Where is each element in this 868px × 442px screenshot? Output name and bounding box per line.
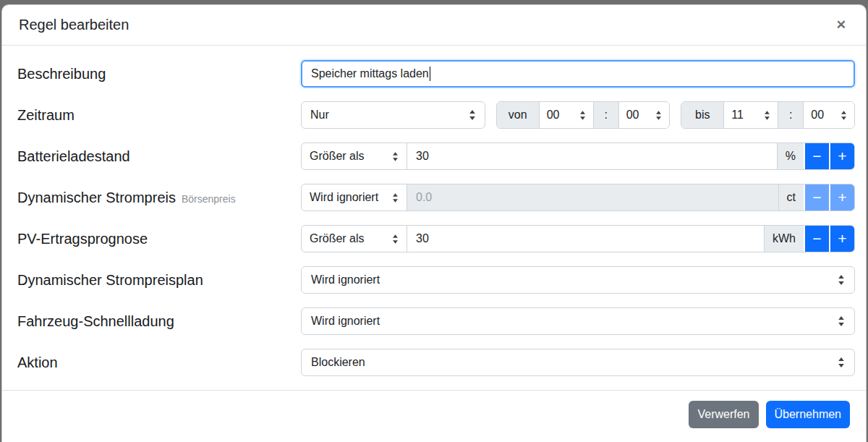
select-value: 00 [626,109,639,122]
label-schnellladung: Fahrzeug-Schnellladung [17,313,301,330]
modal-title: Regel bearbeiten [19,17,129,33]
batterieladestand-decrement-button[interactable]: − [804,143,829,169]
label-text: PV-Ertragsprognose [17,231,148,247]
label-sublabel: Börsenpreis [182,193,236,205]
row-schnellladung: Fahrzeug-Schnellladung Wird ignoriert [17,307,856,335]
select-arrows-icon [392,151,399,162]
beschreibung-value: Speicher mittags laden [311,67,429,80]
label-batterieladestand: Batterieladestand [17,148,301,165]
until-minute-select[interactable]: 00 [803,102,854,128]
label-text: Dynamischer Strompreisplan [17,272,203,289]
ct-unit-addon: ct [778,184,804,211]
colon-addon: : [593,102,618,128]
pv-increment-button[interactable]: + [829,226,854,252]
aktion-select[interactable]: Blockieren [301,349,855,376]
select-value: 00 [547,109,560,122]
select-arrows-icon [764,110,770,121]
select-arrows-icon [838,357,845,368]
select-arrows-icon [838,315,845,327]
row-batterieladestand: Batterieladestand Größer als % − + [17,143,856,170]
edit-rule-modal: Regel bearbeiten ✕ Beschreibung Speicher… [1,4,867,442]
from-minute-select[interactable]: 00 [618,102,670,128]
strompreis-operator-select[interactable]: Wird ignoriert [302,184,407,211]
select-value: 11 [731,109,744,122]
label-zeitraum: Zeitraum [17,107,301,124]
beschreibung-input[interactable]: Speicher mittags laden [301,60,855,88]
strompreisplan-select[interactable]: Wird ignoriert [301,266,855,294]
label-text: Batterieladestand [17,148,130,165]
label-text: Zeitraum [17,107,75,124]
label-text: Fahrzeug-Schnellladung [17,313,174,330]
time-until-group: bis 11 : 00 [681,101,855,129]
label-text: Dynamischer Strompreis [17,190,176,206]
strompreis-decrement-button: − [804,184,829,211]
select-arrows-icon [392,234,399,245]
label-strompreis: Dynamischer Strompreis Börsenpreis [17,190,301,206]
select-value: Blockieren [311,356,365,369]
row-strompreis: Dynamischer Strompreis Börsenpreis Wird … [17,184,856,211]
bis-addon: bis [681,102,723,128]
submit-button[interactable]: Übernehmen [766,401,851,428]
from-hour-select[interactable]: 00 [539,102,593,128]
label-text: Beschreibung [17,66,106,82]
pv-prognose-group: Größer als kWh − + [301,225,855,252]
modal-header: Regel bearbeiten ✕ [2,5,866,46]
select-value: Wird ignoriert [311,273,380,286]
row-aktion: Aktion Blockieren [17,349,856,376]
batterieladestand-value-input[interactable] [407,143,777,169]
modal-footer: Verwerfen Übernehmen [2,390,866,438]
label-aktion: Aktion [17,354,301,371]
pv-operator-select[interactable]: Größer als [302,226,407,252]
select-arrows-icon [841,110,847,121]
select-arrows-icon [392,192,399,203]
select-value: Nur [310,109,329,122]
time-from-group: von 00 : 00 [496,101,671,129]
label-beschreibung: Beschreibung [17,66,301,82]
select-value: Größer als [310,150,365,163]
colon-addon: : [778,102,803,128]
cancel-button[interactable]: Verwerfen [689,401,758,428]
percent-unit-addon: % [777,143,804,169]
kwh-unit-addon: kWh [764,226,804,252]
close-icon[interactable]: ✕ [833,16,849,34]
label-text: Aktion [17,354,58,371]
select-value: Größer als [310,232,365,245]
select-arrows-icon [579,110,586,121]
strompreis-group: Wird ignoriert ct − + [301,184,855,211]
select-value: Wird ignoriert [310,191,378,204]
select-value: 00 [811,109,824,122]
row-beschreibung: Beschreibung Speicher mittags laden [17,60,856,88]
batterieladestand-group: Größer als % − + [301,143,855,170]
batterieladestand-increment-button[interactable]: + [829,143,854,169]
select-arrows-icon [838,274,845,286]
label-pv-prognose: PV-Ertragsprognose [17,231,301,247]
zeitraum-mode-select[interactable]: Nur [301,101,485,129]
strompreis-value-input [407,184,778,211]
select-arrows-icon [655,110,662,121]
strompreis-increment-button: + [829,184,854,211]
von-addon: von [497,102,539,128]
batterieladestand-operator-select[interactable]: Größer als [302,143,407,169]
select-value: Wird ignoriert [311,315,380,328]
pv-value-input[interactable] [407,226,764,252]
select-arrows-icon [469,109,476,121]
schnellladung-select[interactable]: Wird ignoriert [301,307,855,335]
row-strompreisplan: Dynamischer Strompreisplan Wird ignorier… [17,266,856,294]
row-pv-prognose: PV-Ertragsprognose Größer als kWh − + [17,225,856,252]
label-strompreisplan: Dynamischer Strompreisplan [17,272,301,289]
text-cursor [430,67,431,81]
modal-body: Beschreibung Speicher mittags laden Zeit… [2,46,866,376]
until-hour-select[interactable]: 11 [723,102,778,128]
row-zeitraum: Zeitraum Nur von 00 : 00 [17,101,856,129]
pv-decrement-button[interactable]: − [804,226,829,252]
